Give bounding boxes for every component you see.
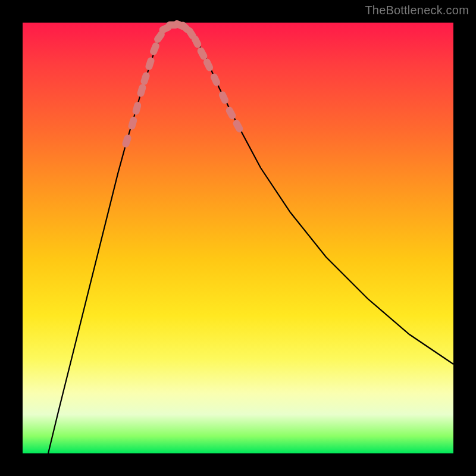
bottleneck-curve xyxy=(48,24,453,453)
curve-marker xyxy=(136,83,147,98)
curve-marker xyxy=(231,118,244,133)
curve-marker xyxy=(127,116,137,130)
curve-marker xyxy=(149,42,160,57)
watermark-text: TheBottleneck.com xyxy=(365,4,469,17)
curve-marker xyxy=(209,72,221,87)
curve-svg xyxy=(23,23,453,453)
curve-marker xyxy=(218,90,230,105)
plot-area xyxy=(23,23,453,453)
curve-marker xyxy=(145,57,155,71)
curve-marker xyxy=(121,134,132,149)
chart-frame: TheBottleneck.com xyxy=(0,0,476,476)
curve-marker xyxy=(140,71,151,86)
curve-marker xyxy=(224,105,237,120)
curve-marker xyxy=(131,101,142,115)
marker-group xyxy=(121,19,245,148)
